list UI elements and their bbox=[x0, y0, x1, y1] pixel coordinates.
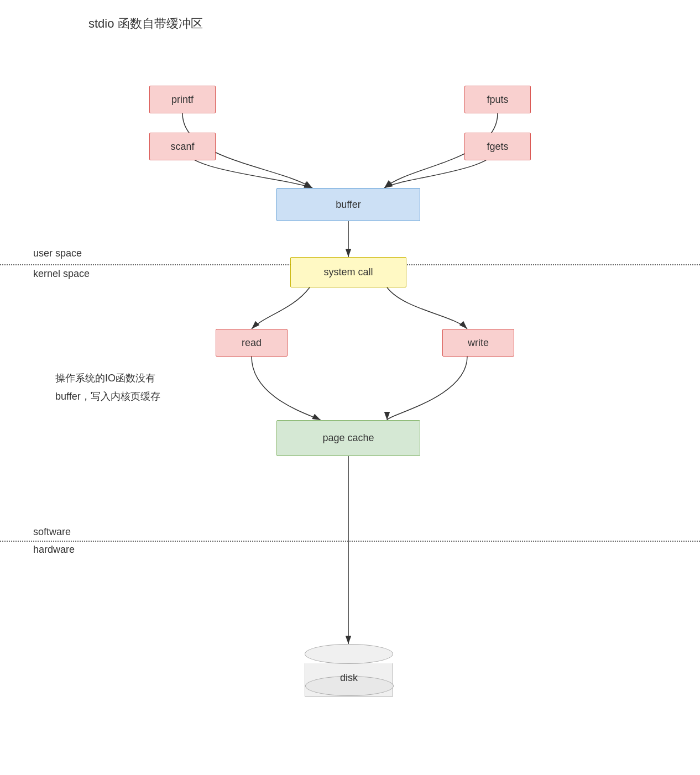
printf-box: printf bbox=[149, 86, 216, 113]
kernel-space-label: kernel space bbox=[33, 268, 90, 280]
sw-hw-divider bbox=[0, 541, 700, 542]
disk-label: disk bbox=[305, 672, 393, 684]
write-box: write bbox=[442, 329, 514, 357]
user-space-label: user space bbox=[33, 248, 82, 259]
fgets-box: fgets bbox=[464, 133, 531, 160]
scanf-box: scanf bbox=[149, 133, 216, 160]
page-cache-box: page cache bbox=[276, 420, 420, 456]
page-title: stdio 函数自带缓冲区 bbox=[88, 15, 203, 32]
read-box: read bbox=[216, 329, 288, 357]
io-note-line1: 操作系统的IO函数没有 bbox=[55, 371, 155, 385]
software-label: software bbox=[33, 526, 71, 538]
buffer-box: buffer bbox=[276, 188, 420, 221]
disk-cylinder: disk bbox=[305, 644, 393, 716]
io-note-line2: buffer，写入内核页缓存 bbox=[55, 390, 160, 403]
disk-body: disk bbox=[305, 663, 393, 697]
system-call-box: system call bbox=[290, 257, 406, 287]
diagram-container: stdio 函数自带缓冲区 printf fputs bbox=[0, 0, 700, 775]
fputs-box: fputs bbox=[464, 86, 531, 113]
hardware-label: hardware bbox=[33, 544, 75, 556]
disk-top bbox=[305, 644, 393, 664]
